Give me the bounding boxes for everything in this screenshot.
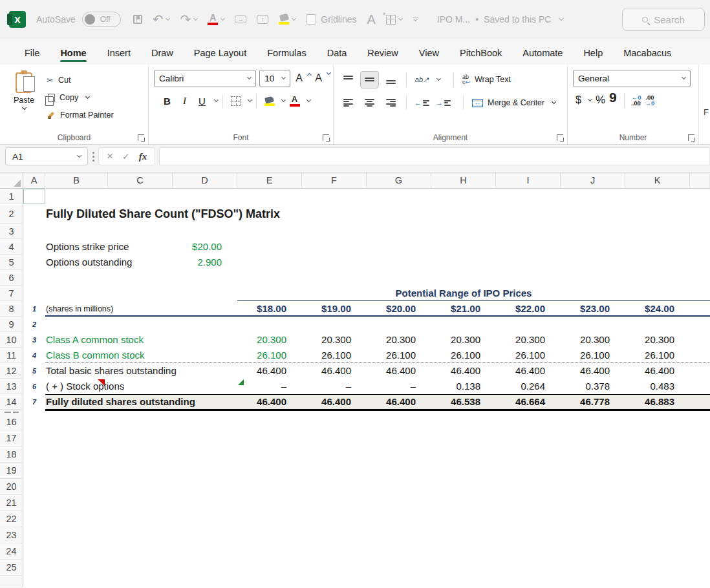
row-header-21[interactable]: 21 xyxy=(0,495,23,511)
tab-automate[interactable]: Automate xyxy=(512,42,573,65)
cell-price-header[interactable]: $21.00 xyxy=(431,301,480,317)
save-button[interactable] xyxy=(131,13,144,26)
cell-value[interactable]: 20.300 xyxy=(302,332,351,348)
row-header-25[interactable]: 25 xyxy=(0,560,23,576)
cell-value[interactable]: 46.400 xyxy=(237,394,286,410)
number-format-select[interactable]: General xyxy=(573,70,691,87)
paste-button[interactable]: Paste xyxy=(5,70,43,131)
enter-button[interactable]: ✓ xyxy=(122,151,130,162)
tab-view[interactable]: View xyxy=(409,42,449,65)
row-header-24[interactable]: 24 xyxy=(0,543,23,560)
cell-value[interactable]: 20.300 xyxy=(561,332,610,348)
bold-button[interactable]: B xyxy=(159,93,175,109)
cell-row-label[interactable]: Class B common stock xyxy=(46,348,145,363)
cell-price-header[interactable]: $22.00 xyxy=(496,301,545,317)
insert-function-button[interactable]: fx xyxy=(139,151,147,162)
align-right-button[interactable] xyxy=(382,94,400,112)
tab-formulas[interactable]: Formulas xyxy=(257,42,316,65)
cut-button[interactable]: ✂ Cut xyxy=(47,72,114,88)
row-header-5[interactable]: 5 xyxy=(0,255,23,270)
cell-value[interactable]: 46.400 xyxy=(302,394,351,410)
document-title-area[interactable]: IPO M... • Saved to this PC xyxy=(437,14,564,25)
column-header-i[interactable]: I xyxy=(496,173,561,189)
cell-value[interactable]: 0.138 xyxy=(431,379,480,394)
column-header-k[interactable]: K xyxy=(625,173,690,189)
cell-value[interactable]: 26.100 xyxy=(431,348,480,363)
more-dots-icon[interactable] xyxy=(92,152,94,162)
insert-cells-button[interactable] xyxy=(384,13,404,26)
cell-value[interactable]: 26.100 xyxy=(496,348,545,363)
column-header-c[interactable]: C xyxy=(108,173,173,189)
tab-help[interactable]: Help xyxy=(573,42,613,65)
cell-row-label[interactable]: Total basic shares outstanding xyxy=(46,363,177,379)
increase-indent-button[interactable]: → xyxy=(434,94,453,112)
bottom-align-button[interactable] xyxy=(382,71,400,89)
redo-button[interactable]: ↷ xyxy=(178,11,199,28)
cell-row-label[interactable]: Class A common stock xyxy=(46,332,144,348)
cell-value[interactable]: 46.400 xyxy=(625,363,674,379)
row-header-20[interactable]: 20 xyxy=(0,479,23,495)
excel-logo-icon[interactable]: X xyxy=(9,11,26,28)
cell-value[interactable]: 20.300 xyxy=(431,332,480,348)
cell-value[interactable]: 0.483 xyxy=(625,379,674,394)
cell-price-header[interactable]: $23.00 xyxy=(561,301,610,317)
cell-assumption-value[interactable]: 2.900 xyxy=(173,255,222,270)
cell-price-header[interactable]: $20.00 xyxy=(367,301,416,317)
tab-data[interactable]: Data xyxy=(317,42,358,65)
cell-value[interactable]: 26.100 xyxy=(302,348,351,363)
row-header-19[interactable]: 19 xyxy=(0,463,23,479)
cell-value[interactable]: 26.100 xyxy=(625,348,674,363)
font-size-select[interactable]: 10 xyxy=(259,70,290,87)
comma-style-button[interactable]: 9 xyxy=(609,94,617,101)
decrease-font-size-button[interactable]: A xyxy=(313,70,329,86)
font-color-button[interactable]: A xyxy=(286,93,303,109)
select-all-corner[interactable] xyxy=(0,173,23,189)
font-button[interactable]: A xyxy=(365,11,378,28)
cell-value[interactable]: 46.778 xyxy=(561,394,610,410)
row-header-8[interactable]: 8 xyxy=(0,301,23,317)
borders-button[interactable] xyxy=(228,93,244,109)
alignment-dialog-launcher-icon[interactable] xyxy=(557,134,563,141)
column-header-partial[interactable] xyxy=(690,173,710,189)
cell-value[interactable]: 46.883 xyxy=(625,394,674,410)
cell-units-note[interactable]: (shares in millions) xyxy=(46,301,113,317)
row-header-22[interactable]: 22 xyxy=(0,511,23,527)
wrap-text-button[interactable]: abc↩ Wrap Text xyxy=(460,71,513,89)
cell-table-banner[interactable]: Potential Range of IPO Prices xyxy=(237,286,690,301)
tab-file[interactable]: File xyxy=(14,42,50,65)
number-dialog-launcher-icon[interactable] xyxy=(688,134,694,141)
cell-value[interactable]: 26.100 xyxy=(237,348,286,363)
cancel-button[interactable]: × xyxy=(107,150,113,163)
font-name-select[interactable]: Calibri xyxy=(154,70,256,87)
column-header-a[interactable]: A xyxy=(23,173,45,189)
row-header-10[interactable]: 10 xyxy=(0,332,23,348)
row-height-button[interactable]: ↕ xyxy=(255,13,270,26)
cell-value[interactable]: 46.400 xyxy=(302,363,351,379)
row-header-23[interactable]: 23 xyxy=(0,527,23,543)
cell-value[interactable]: 0.264 xyxy=(496,379,545,394)
font-dialog-launcher-icon[interactable] xyxy=(323,134,329,141)
cell-value[interactable]: 26.100 xyxy=(367,348,416,363)
cell-value[interactable]: 46.664 xyxy=(496,394,545,410)
row-header-16[interactable]: 16 xyxy=(0,414,23,430)
row-header-2[interactable]: 2 xyxy=(0,204,23,224)
merge-center-button[interactable]: ↔ Merge & Center xyxy=(469,94,558,112)
column-header-f[interactable]: F xyxy=(302,173,367,189)
hidden-row-marker[interactable] xyxy=(0,410,23,414)
tab-insert[interactable]: Insert xyxy=(97,42,141,65)
cell-value[interactable]: 0.378 xyxy=(561,379,610,394)
column-width-button[interactable]: ↔ xyxy=(233,14,248,25)
increase-font-size-button[interactable]: A xyxy=(294,70,310,86)
column-header-j[interactable]: J xyxy=(561,173,625,189)
copy-button[interactable]: Copy xyxy=(47,90,114,105)
row-header-13[interactable]: 13 xyxy=(0,379,23,394)
cell-sheet-title[interactable]: Fully Diluted Share Count ("FDSO") Matri… xyxy=(46,204,280,224)
cell-value[interactable]: 26.100 xyxy=(561,348,610,363)
decrease-decimal-button[interactable]: .00→0 xyxy=(645,94,655,106)
cell-value[interactable]: – xyxy=(302,379,351,394)
column-header-e[interactable]: E xyxy=(237,173,302,189)
cell-price-header[interactable]: $24.00 xyxy=(625,301,674,317)
search-box[interactable]: Search xyxy=(622,8,705,31)
column-header-b[interactable]: B xyxy=(45,173,108,189)
cell-assumption-label[interactable]: Options strike price xyxy=(46,239,129,255)
